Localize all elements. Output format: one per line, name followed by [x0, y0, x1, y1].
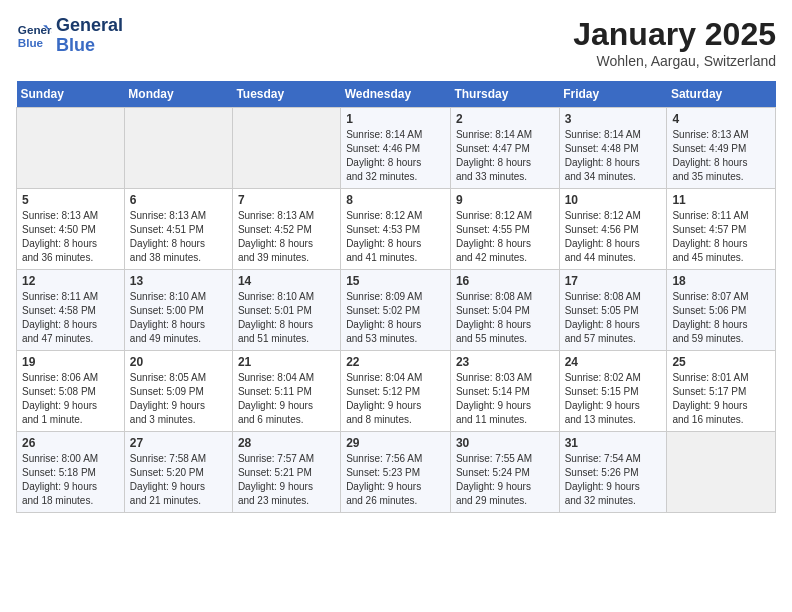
day-info: Sunrise: 8:11 AM Sunset: 4:58 PM Dayligh…	[22, 290, 119, 346]
day-number: 28	[238, 436, 335, 450]
week-row-1: 1Sunrise: 8:14 AM Sunset: 4:46 PM Daylig…	[17, 108, 776, 189]
logo: General Blue General Blue	[16, 16, 123, 56]
page-header: General Blue General Blue January 2025 W…	[16, 16, 776, 69]
day-number: 15	[346, 274, 445, 288]
day-number: 13	[130, 274, 227, 288]
day-number: 14	[238, 274, 335, 288]
calendar-cell: 4Sunrise: 8:13 AM Sunset: 4:49 PM Daylig…	[667, 108, 776, 189]
day-info: Sunrise: 8:00 AM Sunset: 5:18 PM Dayligh…	[22, 452, 119, 508]
day-info: Sunrise: 8:08 AM Sunset: 5:04 PM Dayligh…	[456, 290, 554, 346]
day-info: Sunrise: 8:13 AM Sunset: 4:49 PM Dayligh…	[672, 128, 770, 184]
day-info: Sunrise: 7:54 AM Sunset: 5:26 PM Dayligh…	[565, 452, 662, 508]
month-title: January 2025	[573, 16, 776, 53]
calendar-cell: 26Sunrise: 8:00 AM Sunset: 5:18 PM Dayli…	[17, 432, 125, 513]
calendar-cell: 27Sunrise: 7:58 AM Sunset: 5:20 PM Dayli…	[124, 432, 232, 513]
day-number: 7	[238, 193, 335, 207]
day-number: 2	[456, 112, 554, 126]
calendar-cell: 30Sunrise: 7:55 AM Sunset: 5:24 PM Dayli…	[450, 432, 559, 513]
day-header-monday: Monday	[124, 81, 232, 108]
day-info: Sunrise: 8:02 AM Sunset: 5:15 PM Dayligh…	[565, 371, 662, 427]
calendar-cell: 23Sunrise: 8:03 AM Sunset: 5:14 PM Dayli…	[450, 351, 559, 432]
day-number: 24	[565, 355, 662, 369]
day-number: 20	[130, 355, 227, 369]
day-info: Sunrise: 8:13 AM Sunset: 4:50 PM Dayligh…	[22, 209, 119, 265]
calendar-cell: 7Sunrise: 8:13 AM Sunset: 4:52 PM Daylig…	[232, 189, 340, 270]
day-number: 4	[672, 112, 770, 126]
day-info: Sunrise: 7:57 AM Sunset: 5:21 PM Dayligh…	[238, 452, 335, 508]
calendar-cell: 31Sunrise: 7:54 AM Sunset: 5:26 PM Dayli…	[559, 432, 667, 513]
day-number: 5	[22, 193, 119, 207]
calendar-cell: 11Sunrise: 8:11 AM Sunset: 4:57 PM Dayli…	[667, 189, 776, 270]
day-number: 1	[346, 112, 445, 126]
calendar-cell: 25Sunrise: 8:01 AM Sunset: 5:17 PM Dayli…	[667, 351, 776, 432]
day-number: 23	[456, 355, 554, 369]
day-header-row: SundayMondayTuesdayWednesdayThursdayFrid…	[17, 81, 776, 108]
calendar-cell	[17, 108, 125, 189]
calendar-cell: 12Sunrise: 8:11 AM Sunset: 4:58 PM Dayli…	[17, 270, 125, 351]
day-info: Sunrise: 8:13 AM Sunset: 4:52 PM Dayligh…	[238, 209, 335, 265]
calendar-cell: 16Sunrise: 8:08 AM Sunset: 5:04 PM Dayli…	[450, 270, 559, 351]
logo-text: General Blue	[56, 16, 123, 56]
week-row-2: 5Sunrise: 8:13 AM Sunset: 4:50 PM Daylig…	[17, 189, 776, 270]
week-row-3: 12Sunrise: 8:11 AM Sunset: 4:58 PM Dayli…	[17, 270, 776, 351]
svg-text:General: General	[18, 23, 52, 36]
day-number: 10	[565, 193, 662, 207]
calendar-cell	[667, 432, 776, 513]
day-number: 31	[565, 436, 662, 450]
day-info: Sunrise: 8:04 AM Sunset: 5:11 PM Dayligh…	[238, 371, 335, 427]
day-number: 30	[456, 436, 554, 450]
day-info: Sunrise: 8:14 AM Sunset: 4:48 PM Dayligh…	[565, 128, 662, 184]
day-info: Sunrise: 8:05 AM Sunset: 5:09 PM Dayligh…	[130, 371, 227, 427]
day-number: 18	[672, 274, 770, 288]
calendar-cell: 9Sunrise: 8:12 AM Sunset: 4:55 PM Daylig…	[450, 189, 559, 270]
day-header-saturday: Saturday	[667, 81, 776, 108]
day-number: 29	[346, 436, 445, 450]
calendar-cell: 6Sunrise: 8:13 AM Sunset: 4:51 PM Daylig…	[124, 189, 232, 270]
day-info: Sunrise: 8:12 AM Sunset: 4:55 PM Dayligh…	[456, 209, 554, 265]
calendar-cell: 24Sunrise: 8:02 AM Sunset: 5:15 PM Dayli…	[559, 351, 667, 432]
calendar-cell: 21Sunrise: 8:04 AM Sunset: 5:11 PM Dayli…	[232, 351, 340, 432]
calendar-cell: 1Sunrise: 8:14 AM Sunset: 4:46 PM Daylig…	[341, 108, 451, 189]
calendar-cell: 28Sunrise: 7:57 AM Sunset: 5:21 PM Dayli…	[232, 432, 340, 513]
day-info: Sunrise: 8:10 AM Sunset: 5:01 PM Dayligh…	[238, 290, 335, 346]
day-number: 9	[456, 193, 554, 207]
calendar-cell	[232, 108, 340, 189]
calendar-cell: 18Sunrise: 8:07 AM Sunset: 5:06 PM Dayli…	[667, 270, 776, 351]
calendar-cell: 2Sunrise: 8:14 AM Sunset: 4:47 PM Daylig…	[450, 108, 559, 189]
day-number: 19	[22, 355, 119, 369]
location: Wohlen, Aargau, Switzerland	[573, 53, 776, 69]
day-number: 22	[346, 355, 445, 369]
day-number: 27	[130, 436, 227, 450]
day-header-wednesday: Wednesday	[341, 81, 451, 108]
day-number: 6	[130, 193, 227, 207]
calendar-cell: 17Sunrise: 8:08 AM Sunset: 5:05 PM Dayli…	[559, 270, 667, 351]
day-info: Sunrise: 8:14 AM Sunset: 4:47 PM Dayligh…	[456, 128, 554, 184]
svg-text:Blue: Blue	[18, 36, 44, 49]
day-info: Sunrise: 8:03 AM Sunset: 5:14 PM Dayligh…	[456, 371, 554, 427]
logo-icon: General Blue	[16, 18, 52, 54]
day-info: Sunrise: 8:14 AM Sunset: 4:46 PM Dayligh…	[346, 128, 445, 184]
day-number: 17	[565, 274, 662, 288]
day-number: 26	[22, 436, 119, 450]
day-number: 11	[672, 193, 770, 207]
day-info: Sunrise: 8:12 AM Sunset: 4:53 PM Dayligh…	[346, 209, 445, 265]
week-row-4: 19Sunrise: 8:06 AM Sunset: 5:08 PM Dayli…	[17, 351, 776, 432]
day-info: Sunrise: 8:08 AM Sunset: 5:05 PM Dayligh…	[565, 290, 662, 346]
day-header-tuesday: Tuesday	[232, 81, 340, 108]
day-info: Sunrise: 8:06 AM Sunset: 5:08 PM Dayligh…	[22, 371, 119, 427]
calendar-cell: 5Sunrise: 8:13 AM Sunset: 4:50 PM Daylig…	[17, 189, 125, 270]
day-info: Sunrise: 8:11 AM Sunset: 4:57 PM Dayligh…	[672, 209, 770, 265]
day-number: 3	[565, 112, 662, 126]
calendar-cell: 15Sunrise: 8:09 AM Sunset: 5:02 PM Dayli…	[341, 270, 451, 351]
calendar-cell: 20Sunrise: 8:05 AM Sunset: 5:09 PM Dayli…	[124, 351, 232, 432]
day-info: Sunrise: 8:04 AM Sunset: 5:12 PM Dayligh…	[346, 371, 445, 427]
day-header-friday: Friday	[559, 81, 667, 108]
day-number: 25	[672, 355, 770, 369]
calendar-table: SundayMondayTuesdayWednesdayThursdayFrid…	[16, 81, 776, 513]
day-header-thursday: Thursday	[450, 81, 559, 108]
calendar-cell: 19Sunrise: 8:06 AM Sunset: 5:08 PM Dayli…	[17, 351, 125, 432]
day-info: Sunrise: 8:07 AM Sunset: 5:06 PM Dayligh…	[672, 290, 770, 346]
day-info: Sunrise: 8:13 AM Sunset: 4:51 PM Dayligh…	[130, 209, 227, 265]
day-info: Sunrise: 7:58 AM Sunset: 5:20 PM Dayligh…	[130, 452, 227, 508]
day-number: 16	[456, 274, 554, 288]
